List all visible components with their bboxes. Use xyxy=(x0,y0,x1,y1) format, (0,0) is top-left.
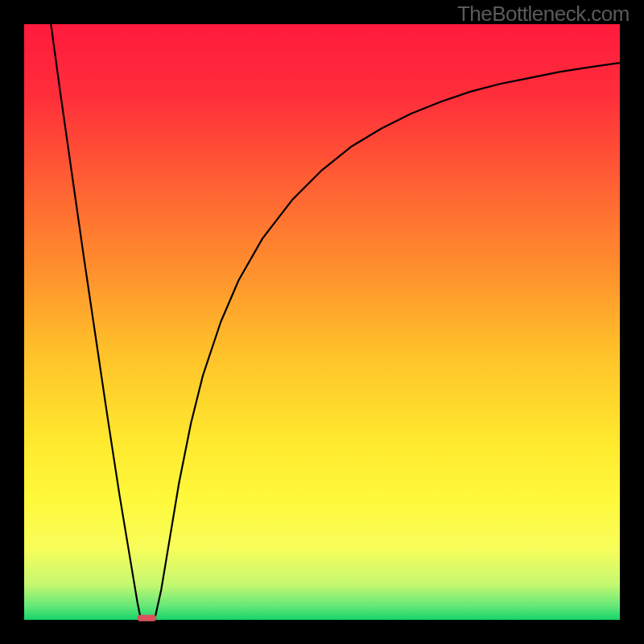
plot-area xyxy=(24,24,620,620)
chart-svg xyxy=(0,0,644,644)
bottom-marker xyxy=(138,615,157,621)
chart-canvas: TheBottleneck.com xyxy=(0,0,644,644)
watermark-text: TheBottleneck.com xyxy=(457,2,630,27)
